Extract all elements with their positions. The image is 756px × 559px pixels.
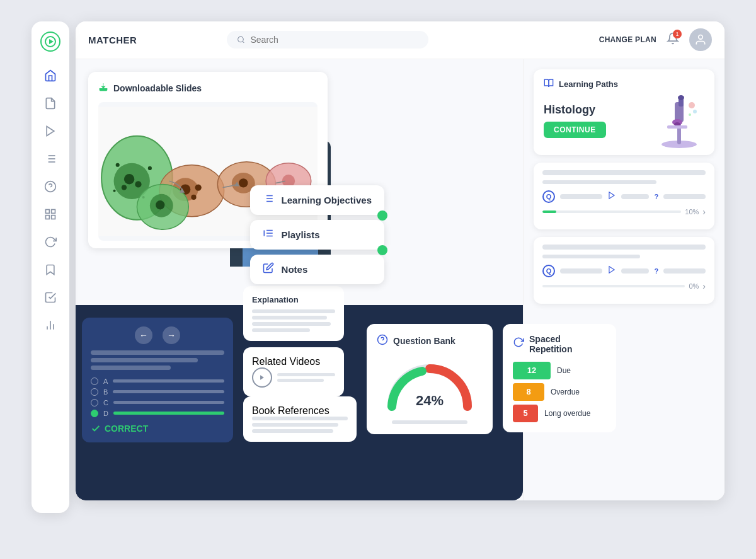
exp-line-1 [252, 309, 335, 313]
question-bank-card: Question Bank [367, 324, 493, 434]
correct-text: CORRECT [105, 424, 148, 434]
search-box[interactable] [227, 31, 428, 49]
svg-point-74 [693, 110, 697, 113]
learning-paths-header: Learning Paths [544, 78, 704, 91]
sidebar-item-checklist[interactable] [39, 286, 62, 309]
learning-paths-section-title: Learning Paths [559, 79, 618, 89]
svg-point-29 [116, 163, 120, 166]
rv-line-1 [277, 373, 335, 376]
long-overdue-label: Long overdue [544, 409, 590, 418]
progress-card-2[interactable]: Q ? 0% › [534, 237, 714, 304]
sidebar [32, 21, 69, 513]
pi-block-4 [560, 268, 602, 274]
option-c-line [113, 401, 224, 404]
learning-objectives-card[interactable]: Learning Objectives [250, 185, 384, 215]
notes-card[interactable]: Notes [250, 255, 384, 284]
svg-marker-76 [609, 192, 614, 199]
spaced-rep-icon [513, 337, 524, 351]
sidebar-item-questions[interactable] [39, 175, 62, 198]
sidebar-item-refresh[interactable] [39, 231, 62, 253]
playlists-card[interactable]: Playlists [250, 220, 384, 250]
progress-pct-1: 10% [685, 208, 699, 216]
slides-header: Downloadable Slides [98, 82, 318, 95]
pi-block-6 [663, 268, 706, 274]
pi-block-2 [621, 194, 650, 199]
sidebar-item-list[interactable] [39, 147, 62, 170]
svg-marker-2 [47, 126, 54, 135]
book-references-title: Book References [252, 405, 348, 417]
option-b[interactable]: B [91, 388, 224, 396]
nav-prev-button[interactable]: ← [135, 326, 152, 344]
option-d-circle [91, 410, 98, 417]
option-c-circle [91, 399, 98, 406]
pi-block-1 [560, 194, 602, 199]
change-plan-button[interactable]: CHANGE PLAN [599, 35, 656, 44]
svg-line-19 [243, 42, 244, 43]
option-c[interactable]: C [91, 399, 224, 406]
bottom-section: ← → A [76, 305, 523, 500]
playlists-icon [263, 228, 274, 242]
progress-pct-2: 0% [689, 282, 699, 290]
gauge-chart: 24% [379, 356, 480, 413]
playlists-label: Playlists [282, 229, 320, 240]
svg-rect-13 [46, 215, 50, 219]
option-a-label: A [103, 377, 108, 385]
progress-row-2: 0% › [542, 281, 706, 291]
exp-line-3 [252, 322, 331, 326]
question-line-3 [91, 366, 171, 370]
book-ref-lines [252, 417, 348, 433]
option-a-line [113, 379, 224, 383]
download-icon [98, 82, 108, 95]
objectives-icon [263, 193, 274, 207]
progress-row-1: 10% › [542, 207, 706, 217]
svg-rect-11 [46, 209, 50, 213]
sidebar-item-documents[interactable] [39, 92, 62, 115]
notification-icon[interactable]: 1 [667, 32, 679, 48]
chevron-right-2: › [702, 281, 706, 291]
progress-card-1[interactable]: Q ? 10% › [534, 163, 714, 229]
svg-rect-14 [52, 215, 55, 219]
sidebar-item-grid[interactable] [39, 203, 62, 226]
sidebar-item-home[interactable] [39, 64, 62, 87]
due-count: 12 [527, 366, 536, 375]
search-input[interactable] [250, 35, 418, 45]
question-bank-icon [377, 334, 388, 349]
learning-paths-left: Histology CONTINUE [544, 103, 654, 138]
sidebar-item-videos[interactable] [39, 120, 62, 142]
sidebar-item-analytics[interactable] [39, 314, 62, 337]
related-videos-card: Related Videos [243, 347, 344, 396]
option-b-line [113, 390, 224, 393]
continue-button[interactable]: CONTINUE [544, 122, 606, 138]
video-play-button[interactable] [252, 367, 272, 388]
outer-wrapper: MATCHER CHANGE PLAN 1 [32, 21, 724, 538]
rv-line-2 [277, 379, 324, 382]
pi-block-3 [663, 194, 706, 199]
progress-title-line-2 [542, 180, 656, 184]
explanation-title: Explanation [252, 295, 335, 304]
correct-check-icon [91, 424, 101, 434]
svg-point-75 [689, 113, 691, 116]
app-logo[interactable] [40, 32, 60, 52]
svg-point-32 [113, 189, 116, 192]
explanation-lines [252, 309, 335, 332]
user-avatar[interactable] [689, 28, 712, 51]
sidebar-item-bookmarks[interactable] [39, 258, 62, 281]
book-line-1 [252, 417, 348, 420]
play-icon [259, 374, 265, 381]
nav-next-button[interactable]: → [163, 326, 180, 344]
svg-rect-12 [52, 209, 55, 213]
left-panel: Downloadable Slides [76, 59, 523, 500]
spaced-rows: 12 Due 8 Overdue [513, 362, 606, 422]
option-a-circle [91, 377, 98, 385]
quiz-question-lines [91, 350, 224, 370]
progress-title-line-4 [542, 255, 640, 258]
quiz-nav: ← → [91, 326, 224, 344]
q-icon-sm: ? [654, 193, 658, 200]
option-a[interactable]: A [91, 377, 224, 385]
q-icon-sm-2: ? [654, 267, 658, 275]
option-d[interactable]: D [91, 410, 224, 417]
svg-point-42 [239, 178, 248, 187]
due-bar: 12 [513, 362, 551, 379]
exp-line-4 [252, 328, 310, 332]
learning-paths-content: Histology CONTINUE [544, 96, 704, 146]
